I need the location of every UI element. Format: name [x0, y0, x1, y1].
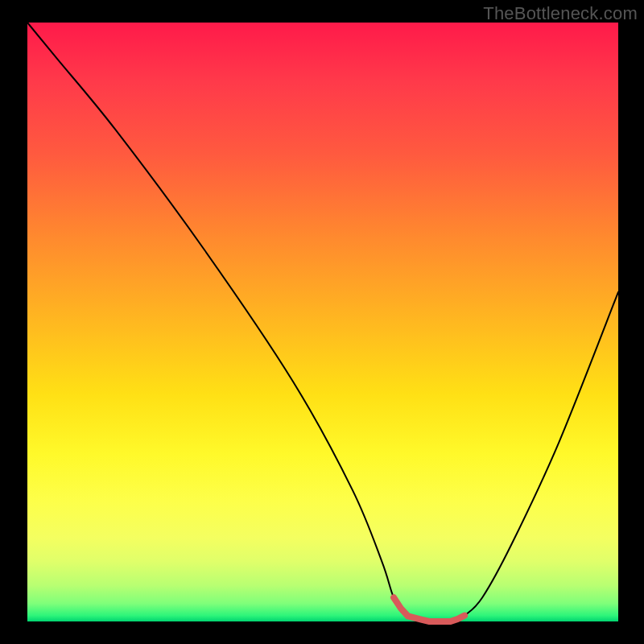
chart-plot-area	[27, 23, 618, 621]
optimal-range-highlight	[394, 597, 464, 621]
bottleneck-curve	[27, 23, 618, 622]
watermark-text: TheBottleneck.com	[483, 3, 638, 24]
chart-svg	[27, 23, 618, 621]
